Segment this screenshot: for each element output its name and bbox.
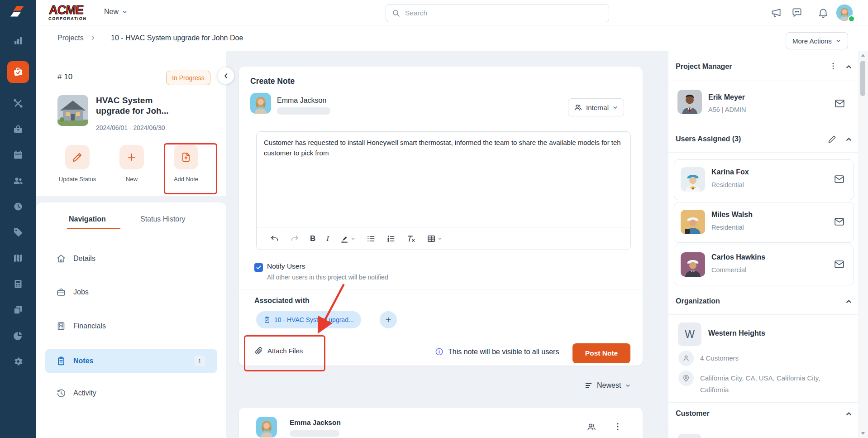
tab-navigation[interactable]: Navigation (69, 215, 106, 223)
note-visibility-users-icon[interactable] (587, 422, 596, 432)
assigned-user-role: Residential (711, 224, 744, 231)
location-icon-wrap (678, 371, 694, 386)
undo-button[interactable] (270, 234, 279, 243)
tab-status-history[interactable]: Status History (140, 215, 186, 223)
new-menu[interactable]: New (104, 8, 128, 16)
right-panel: Project Manager Erik Meyer A56 | ADMIN U… (668, 51, 858, 438)
announcements-icon[interactable] (770, 7, 782, 19)
collapse-panel-button[interactable] (218, 67, 234, 84)
chevron-up-icon[interactable] (845, 298, 853, 305)
notifications-icon[interactable] (817, 7, 829, 19)
scrollbar-thumb[interactable] (860, 61, 865, 96)
more-actions-label: More Actions (792, 37, 832, 45)
sort-selector[interactable]: Newest (585, 381, 631, 390)
visibility-selector[interactable]: Internal (568, 98, 624, 116)
chevron-up-icon[interactable] (845, 410, 853, 418)
settings-icon[interactable] (13, 356, 24, 367)
project-date-range: 2024/06/01 - 2024/06/30 (96, 124, 165, 131)
mail-icon[interactable] (834, 98, 845, 109)
annotation-arrow (309, 282, 350, 339)
estimates-icon[interactable] (13, 279, 24, 289)
redacted-text (277, 107, 330, 115)
chevron-down-icon (350, 236, 356, 241)
organization-customers: 4 Customers (700, 354, 739, 362)
sidebar-item-activity[interactable]: Activity (45, 381, 217, 405)
author-avatar (250, 93, 271, 114)
projects-icon (11, 65, 24, 78)
update-status-button[interactable]: Update Status (50, 145, 105, 183)
sidebar-item-projects-active[interactable] (7, 61, 29, 83)
app-logo[interactable] (0, 0, 36, 25)
highlight-button[interactable] (340, 234, 356, 243)
app-root: ACME CORPORATION New Projects 10 - HVAC … (0, 0, 868, 438)
kebab-menu-icon[interactable] (829, 62, 838, 71)
tools-icon[interactable] (13, 98, 24, 109)
more-actions-button[interactable]: More Actions (786, 32, 848, 49)
associated-project-chip[interactable]: 10 - HVAC System upgrad... (256, 311, 361, 328)
post-note-button[interactable]: Post Note (572, 343, 630, 363)
notes-count-badge: 1 (194, 356, 205, 366)
divider (668, 427, 858, 427)
note-editor[interactable]: Customer has requested to install Honeyw… (256, 131, 631, 250)
assigned-user-role: Residential (711, 181, 744, 188)
reports-icon[interactable] (13, 330, 24, 341)
assigned-user-avatar-image (681, 252, 705, 277)
chat-icon[interactable] (791, 7, 803, 19)
breadcrumb-projects[interactable]: Projects (57, 34, 84, 42)
notify-users-checkbox[interactable] (254, 263, 263, 272)
table-button[interactable] (427, 234, 443, 243)
mail-icon[interactable] (834, 173, 845, 185)
chevron-up-icon[interactable] (845, 63, 853, 71)
breadcrumb-bar: Projects 10 - HVAC System upgrade for Jo… (36, 25, 868, 51)
editor-toolbar: B I (257, 227, 630, 250)
status-badge: In Progress (166, 71, 210, 85)
house-image (57, 95, 88, 126)
bullet-list-button[interactable] (367, 234, 376, 243)
documents-icon[interactable] (13, 304, 24, 315)
scrollbar-down-arrow[interactable] (861, 432, 865, 435)
project-manager-avatar-image (677, 90, 702, 114)
note-list-item: Emma Jackson (239, 408, 643, 438)
acme-logo-line2: CORPORATION (48, 17, 87, 21)
map-icon[interactable] (13, 253, 24, 264)
active-tab-underline (67, 228, 120, 229)
associated-with-label: Associated with (254, 297, 310, 305)
chevron-down-icon (437, 236, 443, 241)
tags-icon[interactable] (13, 227, 24, 238)
info-icon (435, 347, 444, 356)
scrollbar[interactable] (858, 51, 868, 438)
sidebar-item-notes[interactable]: Notes 1 (45, 349, 217, 373)
redo-button[interactable] (290, 234, 299, 243)
sidebar-item-jobs[interactable]: Jobs (45, 280, 217, 304)
calendar-icon[interactable] (13, 149, 24, 160)
teams-icon[interactable] (13, 175, 24, 186)
note-author-avatar-image (256, 417, 277, 438)
kebab-menu-icon[interactable] (613, 422, 623, 432)
dashboard-icon[interactable] (13, 35, 24, 46)
assigned-user-name: Miles Walsh (711, 211, 753, 219)
toolbox-icon[interactable] (13, 124, 24, 135)
assigned-user-name: Karina Fox (711, 168, 749, 176)
mail-icon[interactable] (834, 259, 845, 270)
bold-button[interactable]: B (310, 234, 315, 243)
chevron-up-icon[interactable] (845, 135, 853, 143)
visibility-note-text: This note will be visible to all users (448, 348, 559, 356)
author-name: Emma Jackson (277, 96, 326, 105)
sidebar-item-details[interactable]: Details (45, 246, 217, 271)
edit-users-pencil-icon[interactable] (828, 135, 837, 144)
italic-button[interactable]: I (326, 234, 329, 243)
nav-activity-label: Activity (73, 389, 96, 397)
mail-icon[interactable] (834, 216, 845, 227)
scrollbar-up-arrow[interactable] (861, 53, 865, 57)
ordered-list-button[interactable] (386, 234, 396, 243)
assigned-user-avatar-image (681, 210, 705, 234)
assigned-user-name: Carlos Hawkins (711, 253, 765, 261)
assigned-user-avatar (681, 252, 705, 277)
sidebar-item-financials[interactable]: Financials (45, 314, 217, 338)
person-icon (682, 354, 690, 362)
clear-format-button[interactable] (406, 234, 416, 243)
timesheet-icon[interactable] (13, 201, 24, 212)
search-input[interactable] (404, 5, 605, 22)
new-button[interactable]: New (105, 145, 159, 183)
add-association-button[interactable] (380, 311, 397, 328)
